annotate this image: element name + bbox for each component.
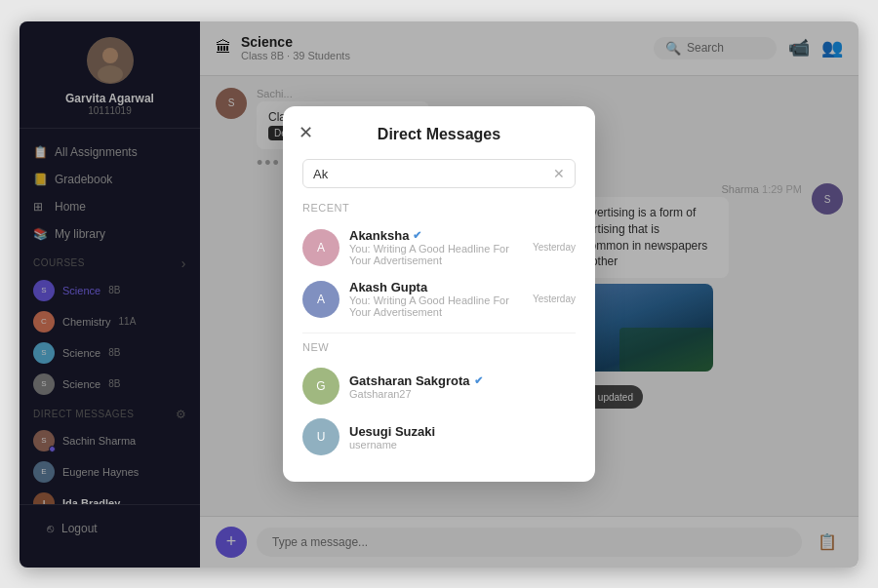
- contact-time-akash: Yesterday: [533, 294, 576, 304]
- contact-info-akash: Akash Gupta You: Writing A Good Headline…: [349, 280, 523, 318]
- verified-icon-akanksha: ✔: [413, 229, 421, 242]
- contact-name-gatsharan: Gatsharan Sakgrota ✔: [349, 373, 483, 388]
- modal-title: Direct Messages: [302, 126, 576, 143]
- modal-search-input[interactable]: [313, 167, 547, 181]
- contact-sub-akash: You: Writing A Good Headline For Your Ad…: [349, 294, 523, 318]
- contact-uesugi[interactable]: U Uesugi Suzaki username: [302, 412, 576, 462]
- app-container: Garvita Agarwal 10111019 📋 All Assignmen…: [20, 21, 858, 568]
- contact-avatar-uesugi: U: [302, 418, 339, 455]
- modal-search-bar[interactable]: ✕: [302, 159, 576, 188]
- contact-name-uesugi: Uesugi Suzaki: [349, 424, 435, 439]
- modal-overlay: ✕ Direct Messages ✕ Recent A Akanksha ✔ …: [20, 21, 858, 568]
- contact-akash[interactable]: A Akash Gupta You: Writing A Good Headli…: [302, 273, 576, 325]
- contact-gatsharan[interactable]: G Gatsharan Sakgrota ✔ Gatsharan27: [302, 361, 576, 412]
- contact-avatar-akanksha: A: [302, 229, 339, 266]
- contact-sub-uesugi: username: [349, 439, 435, 451]
- contact-avatar-akash: A: [302, 281, 339, 318]
- contact-sub-akanksha: You: Writing A Good Headline For Your Ad…: [349, 243, 523, 266]
- modal-search-clear[interactable]: ✕: [553, 166, 565, 181]
- contact-name-akash: Akash Gupta: [349, 280, 523, 294]
- contact-info-uesugi: Uesugi Suzaki username: [349, 424, 435, 451]
- contact-akanksha[interactable]: A Akanksha ✔ You: Writing A Good Headlin…: [302, 221, 576, 273]
- direct-messages-modal: ✕ Direct Messages ✕ Recent A Akanksha ✔ …: [283, 106, 595, 482]
- modal-close-button[interactable]: ✕: [299, 122, 313, 143]
- contact-sub-gatsharan: Gatsharan27: [349, 388, 483, 400]
- verified-icon-gatsharan: ✔: [474, 374, 483, 387]
- contact-name-akanksha: Akanksha ✔: [349, 228, 523, 243]
- new-label: New: [302, 341, 576, 353]
- contact-time-akanksha: Yesterday: [533, 242, 576, 253]
- modal-divider: [302, 333, 576, 333]
- contact-avatar-gatsharan: G: [302, 368, 339, 405]
- contact-info-gatsharan: Gatsharan Sakgrota ✔ Gatsharan27: [349, 373, 483, 400]
- contact-info-akanksha: Akanksha ✔ You: Writing A Good Headline …: [349, 228, 523, 266]
- recent-label: Recent: [302, 202, 576, 214]
